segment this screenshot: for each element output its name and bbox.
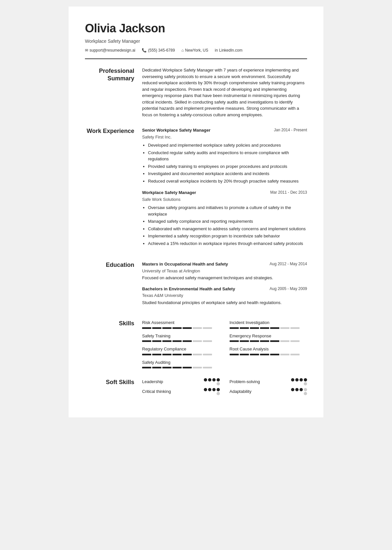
dot-empty [217, 382, 220, 385]
job-bullets-list: Developed and implemented workplace safe… [142, 142, 307, 184]
phone-icon: 📞 [142, 47, 147, 53]
skill-segment-filled [270, 354, 279, 355]
skill-segment-empty [203, 354, 212, 355]
skill-item: Risk Assessment [142, 319, 220, 329]
skill-segment-filled [250, 340, 259, 342]
edu-school: Texas A&M University [142, 292, 307, 299]
dot-filled [204, 388, 207, 391]
skill-name: Regulatory Compliance [142, 346, 220, 352]
skills-content: Risk AssessmentIncident InvestigationSaf… [142, 319, 307, 369]
experience-content: Senior Workplace Safety ManagerJan 2014 … [142, 127, 307, 252]
header: Olivia Jackson Workplace Safety Manager … [85, 20, 307, 53]
skill-segment-filled [183, 354, 192, 355]
skill-bar [230, 327, 307, 329]
skill-segment-empty [280, 340, 289, 342]
dot-empty [304, 388, 307, 391]
skill-name: Risk Assessment [142, 319, 220, 326]
dot-empty [304, 382, 307, 385]
job-bullet: Developed and implemented workplace safe… [148, 142, 307, 149]
phone-contact: 📞 (555) 345-6789 [142, 47, 175, 53]
skill-segment-filled [260, 354, 269, 355]
dot-filled [295, 388, 299, 391]
soft-skill-name: Problem-solving [230, 379, 260, 385]
job-bullet: Collaborated with management to address … [148, 226, 307, 232]
edu-block: Masters in Occupational Health and Safet… [142, 261, 307, 281]
skill-segment-filled [270, 340, 279, 342]
job-bullet: Reduced overall workplace incidents by 2… [148, 178, 307, 185]
education-content: Masters in Occupational Health and Safet… [142, 261, 307, 310]
education-section: Education Masters in Occupational Health… [85, 261, 307, 310]
skill-segment-empty [193, 327, 202, 329]
skill-segment-filled [260, 327, 269, 329]
skill-segment-filled [152, 367, 161, 368]
skill-segment-filled [152, 327, 161, 329]
skill-segment-filled [162, 367, 172, 368]
job-bullet: Implemented a safety recognition program… [148, 233, 307, 239]
skill-segment-filled [240, 354, 249, 355]
skill-segment-empty [193, 340, 202, 342]
job-date: Mar 2011 - Dec 2013 [270, 189, 307, 195]
soft-skill-dots [204, 388, 220, 395]
job-bullet: Investigated and documented workplace ac… [148, 170, 307, 177]
skill-bar [142, 367, 220, 368]
skill-segment-filled [183, 340, 192, 342]
skill-bar [142, 354, 220, 355]
dots-row [291, 388, 307, 391]
soft-skills-label: Soft Skills [85, 378, 142, 395]
dot-empty [304, 392, 307, 395]
soft-skill-dots [291, 378, 307, 385]
edu-header: Bachelors in Environmental Health and Sa… [142, 286, 307, 292]
skill-segment-filled [230, 354, 239, 355]
dot-filled [291, 388, 294, 391]
skill-segment-filled [142, 367, 151, 368]
job-bullet: Achieved a 15% reduction in workplace in… [148, 240, 307, 247]
skill-bar [142, 327, 220, 329]
job-block: Workplace Safety ManagerMar 2011 - Dec 2… [142, 189, 307, 247]
job-title: Senior Workplace Safety Manager [142, 127, 210, 134]
summary-text: Dedicated Workplace Safety Manager with … [142, 67, 307, 118]
skill-segment-filled [250, 354, 259, 355]
skill-item: Root Cause Analysis [230, 346, 307, 355]
dot-filled [295, 378, 299, 381]
skill-segment-empty [280, 327, 289, 329]
edu-school: University of Texas at Arlington [142, 268, 307, 274]
location-contact: ⌂ NewYork, US [181, 47, 208, 53]
skills-label: Skills [85, 319, 142, 369]
skill-segment-filled [250, 327, 259, 329]
soft-skill-item: Critical thinking [142, 388, 220, 395]
skill-name: Incident Investigation [230, 319, 307, 326]
skill-segment-filled [240, 327, 249, 329]
skill-segment-empty [193, 367, 202, 368]
skill-item: Emergency Response [230, 333, 307, 342]
skill-name: Safety Training [142, 333, 220, 339]
skill-segment-filled [183, 327, 192, 329]
job-bullets-list: Oversaw safety programs and initiatives … [142, 204, 307, 247]
dot-filled [208, 388, 211, 391]
soft-skills-section: Soft Skills LeadershipProblem-solvingCri… [85, 378, 307, 395]
skill-segment-empty [290, 340, 300, 342]
dot-filled [304, 378, 307, 381]
dot-filled [208, 378, 211, 381]
skill-name: Safety Auditing [142, 359, 220, 366]
dot-filled [300, 378, 303, 381]
soft-skills-content: LeadershipProblem-solvingCritical thinki… [142, 378, 307, 395]
experience-label: Work Experience [85, 127, 142, 252]
skill-segment-filled [142, 327, 151, 329]
candidate-name: Olivia Jackson [85, 20, 307, 37]
summary-content: Dedicated Workplace Safety Manager with … [142, 67, 307, 118]
job-company: Safe Work Solutions [142, 196, 307, 203]
summary-label: Professional Summary [85, 67, 142, 118]
summary-section: Professional Summary Dedicated Workplace… [85, 67, 307, 118]
edu-date: Aug 2012 - May 2014 [270, 261, 307, 267]
skills-section: Skills Risk AssessmentIncident Investiga… [85, 319, 307, 369]
skill-segment-filled [162, 340, 172, 342]
edu-degree: Bachelors in Environmental Health and Sa… [142, 286, 235, 292]
skill-segment-empty [290, 354, 300, 355]
skill-segment-empty [193, 354, 202, 355]
education-label: Education [85, 261, 142, 310]
dot-filled [291, 378, 294, 381]
dot-filled [204, 378, 207, 381]
email-icon: ✉ [85, 47, 88, 53]
skill-name: Root Cause Analysis [230, 346, 307, 352]
skill-item: Safety Training [142, 333, 220, 342]
